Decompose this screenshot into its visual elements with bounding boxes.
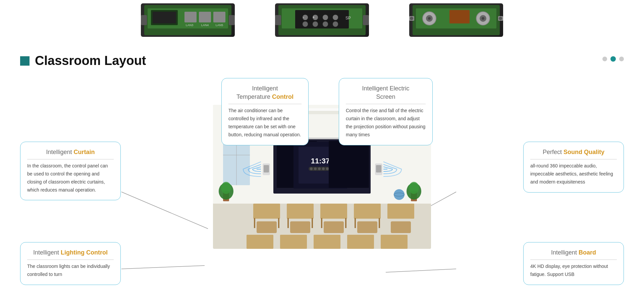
lighting-text: The classroom lights can be individually… <box>27 263 114 279</box>
svg-rect-87 <box>312 218 313 228</box>
svg-point-107 <box>409 182 419 194</box>
curtain-text: In the classroom, the control panel can … <box>27 162 114 194</box>
temperature-title: Intelligent Temperature Control <box>228 84 302 104</box>
screen-text: Control the rise and fall of the electri… <box>346 107 426 139</box>
svg-rect-30 <box>449 10 470 23</box>
svg-rect-96 <box>391 221 411 233</box>
svg-rect-4 <box>184 12 197 22</box>
svg-rect-26 <box>275 15 281 25</box>
svg-rect-86 <box>287 218 289 228</box>
svg-point-40 <box>499 17 502 20</box>
svg-rect-88 <box>321 218 322 228</box>
svg-rect-81 <box>320 204 347 219</box>
svg-text:LAN4: LAN4 <box>201 23 209 27</box>
svg-rect-90 <box>355 218 356 228</box>
svg-point-19 <box>303 21 308 27</box>
hardware-section: LAN3 LAN4 LAN5 SP - <box>0 0 644 47</box>
svg-rect-92 <box>257 221 277 233</box>
board-text: 4K HD display, eye protection without fa… <box>530 263 617 279</box>
lighting-title: Intelligent Lighting Control <box>27 248 114 260</box>
svg-point-38 <box>410 17 413 20</box>
screen-title: Intelligent Electric Screen <box>346 84 426 104</box>
svg-rect-11 <box>229 15 235 25</box>
temperature-text: The air conditioner can be controlled by… <box>228 107 302 139</box>
svg-line-43 <box>121 192 208 229</box>
nav-dot-1[interactable] <box>602 57 607 61</box>
svg-point-67 <box>318 167 321 170</box>
curtain-title: Intelligent Curtain <box>27 148 114 159</box>
svg-rect-70 <box>329 141 369 188</box>
svg-point-21 <box>323 21 328 27</box>
coax-card <box>409 3 503 37</box>
svg-rect-95 <box>357 221 377 233</box>
title-square-icon <box>20 56 30 66</box>
svg-rect-99 <box>314 235 340 249</box>
box-sound: Perfect Sound Quality all-round 360 impe… <box>523 142 624 193</box>
svg-rect-79 <box>253 204 280 219</box>
svg-rect-89 <box>345 218 346 228</box>
svg-rect-91 <box>379 218 380 228</box>
sound-text: all-round 360 impeccable audio, impeccab… <box>530 162 617 186</box>
svg-line-46 <box>386 269 456 272</box>
svg-rect-72 <box>264 165 269 172</box>
svg-text:11:37: 11:37 <box>311 157 330 165</box>
lan-card: LAN3 LAN4 LAN5 <box>141 3 235 37</box>
svg-rect-100 <box>347 235 374 249</box>
svg-text:LAN5: LAN5 <box>216 23 223 27</box>
section-title-container: Classroom Layout <box>20 54 624 68</box>
svg-point-22 <box>333 21 338 27</box>
svg-point-69 <box>326 167 329 170</box>
svg-text:+: + <box>313 15 315 19</box>
svg-rect-6 <box>213 12 225 22</box>
svg-point-66 <box>314 167 317 170</box>
layout-container: 11:37 <box>20 78 624 289</box>
svg-text:-: - <box>303 15 304 19</box>
svg-point-33 <box>428 17 431 20</box>
svg-rect-74 <box>376 165 381 172</box>
svg-point-68 <box>322 167 325 170</box>
board-title: Intelligent Board <box>530 248 617 260</box>
svg-rect-27 <box>363 15 369 25</box>
svg-point-104 <box>221 182 231 194</box>
svg-rect-83 <box>387 204 414 219</box>
svg-point-108 <box>394 189 405 200</box>
svg-rect-84 <box>254 218 255 228</box>
box-screen: Intelligent Electric Screen Control the … <box>339 78 433 145</box>
section-title: Classroom Layout <box>35 54 146 68</box>
nav-dot-2[interactable] <box>610 56 616 62</box>
svg-point-36 <box>482 17 484 20</box>
svg-point-18 <box>333 15 338 20</box>
classroom-section: Classroom Layout <box>0 47 644 289</box>
box-temperature: Intelligent Temperature Control The air … <box>221 78 309 145</box>
box-board: Intelligent Board 4K HD display, eye pro… <box>523 242 624 285</box>
svg-rect-82 <box>354 204 381 219</box>
svg-text:LAN3: LAN3 <box>186 23 194 27</box>
nav-dots[interactable] <box>602 56 624 62</box>
svg-point-17 <box>323 15 328 20</box>
speaker-card: SP - + <box>275 3 369 37</box>
svg-rect-3 <box>153 12 176 23</box>
svg-rect-98 <box>280 235 307 249</box>
svg-text:SP: SP <box>345 16 351 20</box>
svg-rect-93 <box>290 221 310 233</box>
box-lighting: Intelligent Lighting Control The classro… <box>20 242 121 285</box>
svg-rect-85 <box>278 218 279 228</box>
svg-rect-101 <box>381 235 408 249</box>
nav-dot-3[interactable] <box>619 57 624 61</box>
sound-title: Perfect Sound Quality <box>530 148 617 159</box>
svg-point-65 <box>310 167 313 170</box>
svg-rect-10 <box>141 15 147 25</box>
svg-point-20 <box>313 21 318 27</box>
svg-rect-94 <box>324 221 344 233</box>
box-curtain: Intelligent Curtain In the classroom, th… <box>20 142 121 200</box>
svg-line-45 <box>121 266 205 269</box>
svg-rect-80 <box>287 204 314 219</box>
svg-rect-5 <box>199 12 211 22</box>
svg-rect-97 <box>247 235 273 249</box>
